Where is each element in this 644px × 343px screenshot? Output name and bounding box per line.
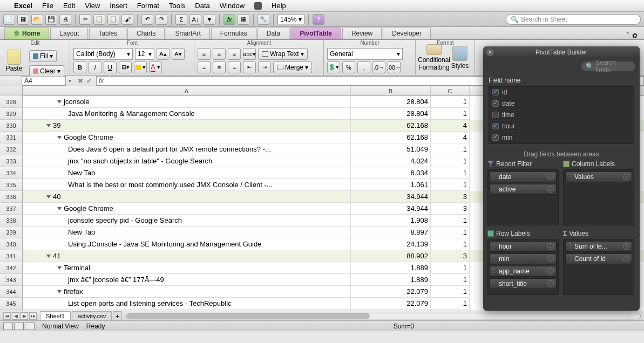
menu-help[interactable]: Help [272,2,286,10]
drag-handle-icon[interactable]: ⋮ [568,244,573,249]
cell-c[interactable]: 1 [431,274,470,286]
align-bottom-button[interactable]: ⫠ [228,61,241,73]
cell-b[interactable]: 1.889 [351,274,431,286]
cell-c[interactable]: 1 [431,179,470,191]
col-header-b[interactable]: B [351,86,431,96]
pivot-pill[interactable]: ⋮datei [490,172,557,182]
grow-font-button[interactable]: A▴ [157,48,170,60]
row-header[interactable]: 346 [0,310,23,311]
cell-a[interactable]: 39 [23,120,351,132]
menu-data[interactable]: Data [195,2,209,10]
italic-button[interactable]: I [89,61,101,73]
tab-layout[interactable]: Layout [50,27,88,39]
pivot-area-filter[interactable]: Report Filter ⋮datei⋮activei [487,160,559,225]
shrink-font-button[interactable]: A▾ [172,48,185,60]
cell-b[interactable]: 22.079 [351,298,431,310]
cell-a[interactable]: jmx "no such objectx in table" - Google … [23,155,351,167]
row-header[interactable]: 334 [0,167,23,179]
horizontal-scrollbar[interactable] [126,313,641,319]
comma-button[interactable]: , [357,61,370,73]
info-icon[interactable]: i [623,256,629,262]
cell-a[interactable]: jconsole specify pid - Google Search [23,215,351,227]
cell-a[interactable]: New Tab [23,227,351,238]
cell-c[interactable]: 1 [431,108,470,120]
menu-window[interactable]: Window [220,2,245,10]
checkbox-icon[interactable] [492,123,499,129]
zoom-select[interactable]: 145%▾ [277,15,304,24]
row-header[interactable]: 340 [0,238,23,250]
add-sheet-button[interactable]: + [113,311,121,321]
align-middle-button[interactable]: ≡ [213,61,226,73]
drag-handle-icon[interactable]: ⋮ [492,244,497,249]
sheet-tab-1[interactable]: Sheet1 [40,311,71,321]
cell-c[interactable]: 4 [431,132,470,143]
ribbon-collapse-icon[interactable]: ˆ [627,32,629,39]
pivot-field-item[interactable]: id [489,87,634,98]
info-icon[interactable]: i [547,280,554,287]
pivot-pill[interactable]: ⋮Sum of le...i [565,241,632,252]
toolbox-button[interactable]: 🔧 [257,14,269,25]
clear-button[interactable]: Clear▾ [29,65,64,77]
sheet-tab-2[interactable]: activity.csv [72,311,112,321]
cell-a[interactable]: firefox [23,286,351,298]
percent-button[interactable]: % [342,61,355,73]
paste-button[interactable]: 📋 [107,14,119,25]
pivot-pill[interactable]: ⋮app_namei [490,266,557,277]
cell-a[interactable]: Does Java 6 open a default port for JMX … [23,143,351,155]
indent-right-button[interactable]: ⇥ [258,61,271,73]
collapse-icon[interactable] [57,266,62,270]
cell-b[interactable]: 8.897 [351,227,431,238]
conditional-formatting-button[interactable]: Conditional Formatting [419,44,449,71]
menu-format[interactable]: Format [137,2,159,10]
enter-formula-icon[interactable]: ✔ [86,77,92,85]
pivot-pill[interactable]: ⋮houri [490,241,557,252]
row-header[interactable]: 338 [0,215,23,227]
row-header[interactable]: 345 [0,298,23,310]
row-header[interactable]: 341 [0,250,23,262]
number-format-select[interactable]: General▾ [327,48,403,60]
row-header[interactable]: 337 [0,203,23,215]
tab-tables[interactable]: Tables [89,27,126,39]
format-painter-button[interactable]: 🖌 [121,14,133,25]
pivot-search-input[interactable]: 🔍Search fields [581,61,635,71]
cell-b[interactable]: 62.168 [351,132,431,143]
size-select[interactable]: 12▾ [135,48,154,60]
cell-c[interactable]: 1 [431,167,470,179]
cell-b[interactable]: 1.908 [351,215,431,227]
row-header[interactable]: 331 [0,132,23,143]
cell-c[interactable]: 1 [431,215,470,227]
cell-c[interactable]: 1 [431,96,470,108]
cell-b[interactable]: 1.061 [351,179,431,191]
wrap-text-button[interactable]: Wrap Text▾ [258,48,308,60]
menu-insert[interactable]: Insert [110,2,127,10]
tab-home[interactable]: Home [4,27,49,39]
collapse-icon[interactable] [57,136,62,139]
cell-a[interactable]: Terminal [23,262,351,274]
view-switcher[interactable] [3,323,35,330]
undo-button[interactable]: ↶ [141,14,153,25]
row-header[interactable]: 343 [0,274,23,286]
drag-handle-icon[interactable]: ⋮ [492,256,497,262]
cell-b[interactable]: 34.944 [351,203,431,215]
pivot-field-list[interactable]: iddatetimehourmin [489,86,634,144]
cell-a[interactable]: Using JConsole - Java SE Monitoring and … [23,238,351,250]
cell-a[interactable]: Textual [23,310,351,311]
sort-button[interactable]: A↓ [189,14,201,25]
info-icon[interactable]: i [547,174,554,180]
cell-b[interactable]: 28.804 [351,96,431,108]
print-button[interactable]: 🖨 [59,14,71,25]
row-header[interactable]: 336 [0,191,23,203]
row-header[interactable]: 328 [0,96,23,108]
row-header[interactable]: 329 [0,108,23,120]
cell-b[interactable]: 64.934 [351,310,431,311]
info-icon[interactable]: i [547,268,554,275]
cell-a[interactable]: What is the best or most commonly used J… [23,179,351,191]
checkbox-icon[interactable] [492,112,499,118]
underline-button[interactable]: U [104,61,117,73]
cell-a[interactable]: New Tab [23,167,351,179]
pivot-pill[interactable]: ⋮Count of idi [565,253,632,264]
cell-c[interactable]: 1 [431,227,470,238]
checkbox-icon[interactable] [492,100,499,107]
align-top-button[interactable]: ⫠ [198,61,211,73]
pivot-pill[interactable]: ⋮short_titlei [490,278,557,289]
